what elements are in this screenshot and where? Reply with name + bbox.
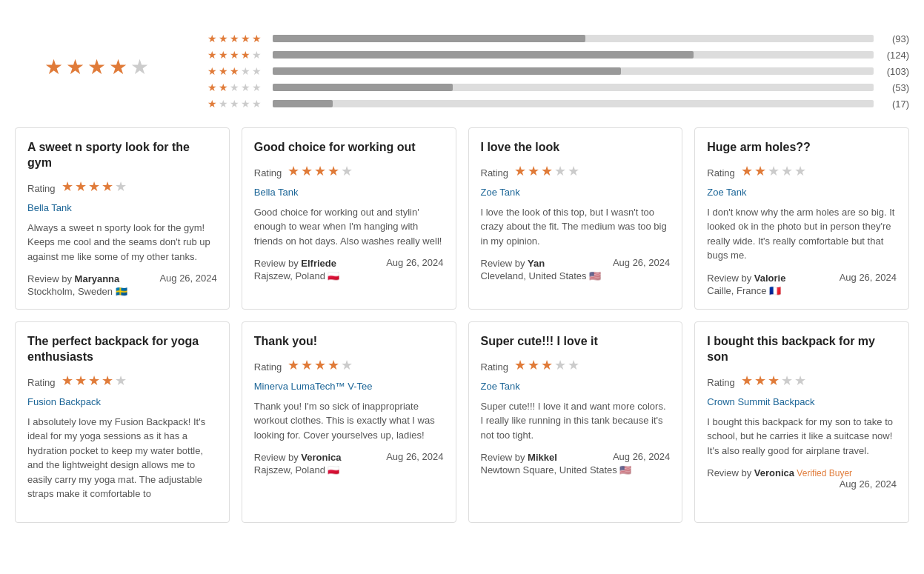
review-date: Aug 26, 2024 (840, 272, 897, 283)
card-body: I bought this backpack for my son to tak… (707, 415, 897, 458)
card-stars: ★★★★★ (287, 357, 353, 373)
review-by: Review by VeronicaAug 26, 2024 (254, 451, 444, 463)
card-stars: ★★★★★ (62, 373, 127, 389)
card-body: Thank you! I'm so sick of inappropriate … (254, 399, 444, 443)
reviewer-location: Newtown Square, United States 🇺🇸 (481, 464, 671, 475)
reviewer-name-label: Review by Maryanna (27, 273, 119, 284)
rating-label: Rating (254, 361, 282, 373)
reviewer-location: Caille, France 🇫🇷 (707, 285, 897, 296)
card-star: ★ (528, 163, 539, 179)
reviewer-location: Cleveland, United States 🇺🇸 (481, 270, 671, 281)
card-stars: ★★★★★ (741, 373, 806, 389)
rating-label: Rating (707, 167, 735, 178)
review-date: Aug 26, 2024 (386, 257, 443, 268)
card-star: ★ (568, 357, 579, 373)
card-star: ★ (554, 357, 566, 373)
rating-bar-row: ★★★★★(53) (207, 81, 909, 93)
rating-label: Rating (481, 167, 509, 178)
card-star: ★ (102, 178, 113, 195)
overall-rating: ★ ★ ★ ★ ★ (15, 30, 178, 110)
card-star: ★ (287, 357, 299, 373)
review-by: Review by MaryannaAug 26, 2024 (27, 273, 217, 284)
card-star: ★ (301, 357, 313, 373)
review-date: Aug 26, 2024 (840, 478, 897, 490)
product-link[interactable]: Bella Tank (254, 187, 444, 198)
card-footer: Review by MikkelAug 26, 2024Newtown Squa… (481, 451, 671, 475)
rating-label: Rating (27, 183, 56, 194)
product-link[interactable]: Zoe Tank (481, 381, 671, 392)
card-star: ★ (741, 163, 753, 179)
card-star: ★ (62, 178, 73, 195)
card-star: ★ (314, 163, 326, 179)
review-by: Review by MikkelAug 26, 2024 (481, 451, 671, 463)
card-title: Thank you! (254, 334, 444, 350)
star-2: ★ (66, 55, 84, 79)
card-star: ★ (754, 373, 766, 389)
card-star: ★ (541, 163, 553, 179)
card-stars: ★★★★★ (741, 163, 806, 179)
card-rating-row: Rating★★★★★ (481, 163, 671, 184)
card-rating-row: Rating★★★★★ (27, 373, 217, 393)
card-title: Huge arm holes?? (707, 140, 897, 156)
cards-grid: A sweet n sporty look for the gymRating★… (15, 127, 909, 523)
card-star: ★ (514, 357, 526, 373)
card-title: Good choice for working out (254, 140, 444, 156)
review-card: Super cute!!! I love itRating★★★★★Zoe Ta… (468, 321, 683, 523)
product-link[interactable]: Fusion Backpack (27, 396, 217, 407)
overall-stars: ★ ★ ★ ★ ★ (44, 55, 149, 79)
star-1: ★ (44, 55, 63, 79)
card-footer: Review by VeronicaAug 26, 2024Rajszew, P… (254, 451, 444, 475)
card-star: ★ (754, 163, 766, 179)
card-body: Always a sweet n sporty look for the gym… (27, 221, 217, 264)
card-star: ★ (341, 163, 353, 179)
review-card: A sweet n sporty look for the gymRating★… (15, 127, 230, 310)
card-star: ★ (75, 373, 87, 389)
verified-badge: Verified Buyer (794, 468, 852, 478)
rating-bar-row: ★★★★★(103) (207, 65, 909, 77)
top-section: ★ ★ ★ ★ ★ ★★★★★(93)★★★★★(124)★★★★★(103)★… (15, 30, 909, 110)
card-star: ★ (768, 163, 780, 179)
card-star: ★ (115, 178, 127, 195)
card-body: I love the look of this top, but I wasn'… (481, 205, 671, 249)
reviewer-location: Stockholm, Sweden 🇸🇪 (27, 286, 217, 297)
product-link[interactable]: Minerva LumaTech™ V-Tee (254, 381, 444, 392)
product-link[interactable]: Bella Tank (27, 202, 217, 213)
card-title: I love the look (481, 140, 671, 156)
review-date: Aug 26, 2024 (386, 451, 443, 462)
card-star: ★ (88, 178, 100, 195)
review-by: Review by ElfriedeAug 26, 2024 (254, 257, 444, 269)
reviewer-name-label: Review by Mikkel (481, 452, 557, 463)
product-link[interactable]: Crown Summit Backpack (707, 396, 897, 407)
review-date: Aug 26, 2024 (613, 451, 670, 462)
star-4: ★ (109, 55, 127, 79)
card-star: ★ (62, 373, 73, 389)
card-stars: ★★★★★ (62, 178, 127, 195)
reviewer-location: Rajszew, Poland 🇵🇱 (254, 464, 444, 475)
review-date: Aug 26, 2024 (159, 273, 216, 284)
card-star: ★ (341, 357, 353, 373)
review-card: I bought this backpack for my sonRating★… (694, 321, 909, 523)
card-stars: ★★★★★ (514, 163, 579, 179)
review-card: The perfect backpack for yoga enthusiast… (15, 321, 230, 523)
card-star: ★ (115, 373, 127, 389)
star-5: ★ (130, 55, 149, 79)
review-card: Good choice for working outRating★★★★★Be… (242, 127, 456, 310)
card-star: ★ (794, 163, 806, 179)
card-rating-row: Rating★★★★★ (481, 357, 671, 378)
review-by: Review by ValorieAug 26, 2024 (707, 272, 897, 284)
card-rating-row: Rating★★★★★ (27, 178, 217, 199)
card-body: I absolutely love my Fusion Backpack! It… (27, 415, 217, 501)
product-link[interactable]: Zoe Tank (481, 187, 671, 198)
card-footer: Review by ValorieAug 26, 2024Caille, Fra… (707, 272, 897, 296)
product-link[interactable]: Zoe Tank (707, 187, 897, 198)
card-star: ★ (314, 357, 326, 373)
card-star: ★ (102, 373, 113, 389)
reviewer-name-label: Review by Valorie (707, 273, 785, 284)
card-body: I don't know why the arm holes are so bi… (707, 205, 897, 263)
card-star: ★ (768, 373, 780, 389)
rating-bar-row: ★★★★★(93) (207, 33, 909, 44)
card-star: ★ (568, 163, 579, 179)
review-card: Huge arm holes??Rating★★★★★Zoe TankI don… (694, 127, 909, 310)
rating-label: Rating (707, 377, 735, 388)
rating-label: Rating (481, 361, 509, 373)
